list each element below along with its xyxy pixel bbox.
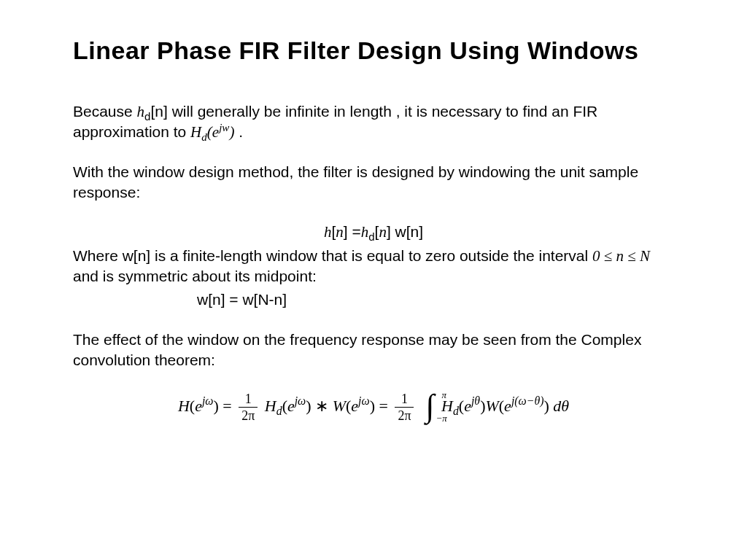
eq-sign: = [348, 223, 361, 240]
paragraph-1: Because hd[n] will generally be infinite… [73, 101, 674, 143]
text: [[n]n] [331, 223, 347, 240]
body-text: Because hd[n] will generally be infinite… [73, 101, 674, 422]
var-e: e [287, 397, 295, 415]
fraction: 12π [239, 392, 258, 422]
sub-d: d [453, 405, 459, 417]
equation-convolution: H(ejω) = 12π Hd(ejω) ∗ W(ejω) = 12ππ∫−π … [73, 392, 674, 422]
text: [n] [375, 223, 391, 240]
eq-sign: = [375, 397, 392, 415]
conv-star: ∗ [311, 397, 333, 415]
var-Hd: H [265, 397, 276, 415]
paren: ) [370, 397, 375, 415]
var-Hd: H [190, 123, 201, 141]
exp-jw: jω [358, 395, 370, 408]
integral-icon: π∫−π [425, 393, 434, 422]
text: Where w[n] is a finite-length window tha… [73, 247, 592, 264]
text: and is symmetric about its midpoint: [73, 268, 317, 284]
paren: ) [306, 397, 311, 415]
exp-jth: jθ [471, 395, 480, 408]
var-e: e [351, 397, 358, 415]
int-upper: π [441, 389, 446, 402]
text: w[n] [391, 223, 423, 240]
page-title: Linear Phase FIR Filter Design Using Win… [73, 36, 674, 65]
text: . [234, 123, 243, 140]
exp-jw: jω [295, 395, 306, 408]
paragraph-4: The effect of the window on the frequenc… [73, 330, 674, 371]
numerator: 1 [239, 392, 258, 408]
exp-jwth: j(ω−θ) [511, 395, 544, 408]
sub-d: d [201, 132, 207, 144]
var-e: e [504, 397, 511, 415]
var-hd: h [137, 103, 145, 120]
var-e: e [195, 397, 202, 415]
fraction: 12π [395, 392, 414, 422]
int-lower: −π [436, 412, 446, 425]
equation-1: h[[n]n] =hd[n] w[n] [73, 222, 674, 242]
paren: ) [213, 397, 218, 415]
var-e: e [464, 397, 471, 415]
paragraph-3: Where w[n] is a finite-length window tha… [73, 246, 674, 287]
paren-open: ( [207, 123, 212, 141]
paragraph-2: With the window design method, the filte… [73, 162, 674, 203]
sub-d: d [276, 405, 282, 417]
numerator: 1 [395, 392, 414, 408]
var-e: e [212, 123, 219, 141]
exp-jw: jw [219, 122, 229, 133]
var-W: W [333, 397, 346, 415]
text: Because [73, 103, 137, 120]
var-h: h [324, 223, 332, 241]
paren: ) [543, 397, 549, 415]
exp-jw: jω [202, 395, 214, 408]
denominator: 2π [395, 408, 414, 422]
var-hd: h [361, 223, 369, 241]
paren: ( [282, 397, 287, 415]
sub-d: d [368, 231, 374, 244]
d-theta: dθ [549, 397, 569, 415]
denominator: 2π [239, 408, 258, 422]
var-W: W [485, 397, 498, 415]
equation-2: w[n] = w[N-n] [73, 289, 674, 310]
inequality: 0 ≤ n ≤ N [592, 247, 650, 265]
var-H: H [178, 397, 190, 415]
slide-content: Linear Phase FIR Filter Design Using Win… [0, 0, 747, 451]
text: [n] [150, 103, 167, 120]
eq-sign: = [219, 397, 236, 415]
paren: ( [499, 397, 504, 415]
